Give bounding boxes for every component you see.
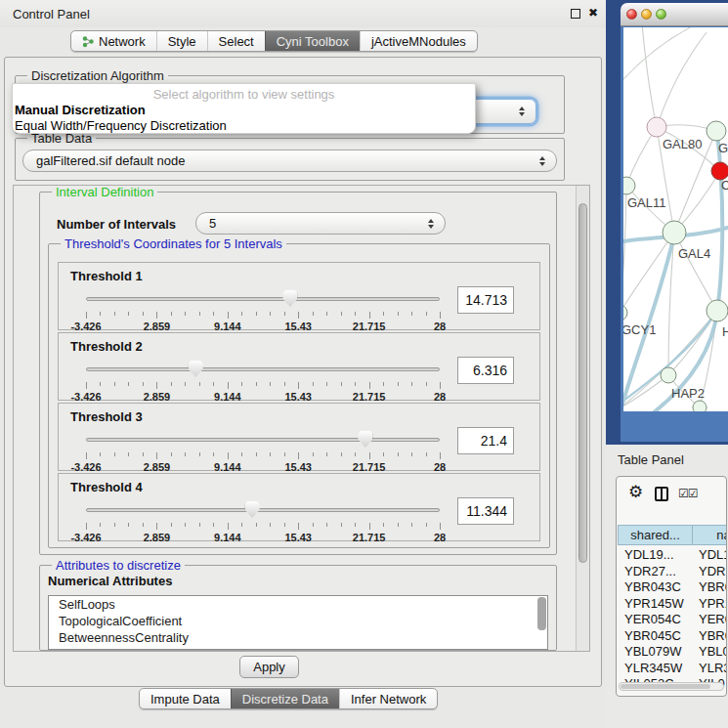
scale-label: 2.859 bbox=[144, 321, 171, 332]
table-row[interactable]: YDR27...YDR2 bbox=[618, 564, 727, 580]
threshold-slider[interactable]: -3.4262.8599.14415.4321.71528 bbox=[86, 429, 440, 472]
network-window-area: GAL80GAL11GAL4GCY1HAP2GACH bbox=[606, 0, 728, 445]
table-row[interactable]: YBR045CYBR0 bbox=[618, 628, 727, 645]
attribute-item-selfloops[interactable]: SelfLoops bbox=[49, 596, 547, 613]
attribute-item-betweennesscentrality[interactable]: BetweennessCentrality bbox=[49, 629, 547, 646]
tab-jactivemnodules[interactable]: jActiveMNodules bbox=[360, 31, 477, 51]
close-traffic-light-icon[interactable] bbox=[626, 9, 637, 20]
node[interactable] bbox=[707, 121, 726, 141]
tick-mark bbox=[185, 382, 186, 386]
threshold-value-field[interactable]: 14.713 bbox=[457, 286, 514, 314]
network-window-titlebar[interactable] bbox=[621, 3, 728, 26]
table-data-combobox[interactable]: galFiltered.sif default node bbox=[22, 150, 557, 172]
tick-mark bbox=[114, 382, 115, 386]
tab-style[interactable]: Style bbox=[156, 31, 207, 51]
tick-mark bbox=[114, 452, 115, 456]
horizontal-scrollbar[interactable] bbox=[619, 682, 724, 691]
slider-ticks bbox=[86, 523, 440, 531]
threshold-slider[interactable]: -3.4262.8599.14415.4321.71528 bbox=[86, 499, 440, 542]
tab-network[interactable]: Network bbox=[71, 31, 156, 51]
column-header-shared-name[interactable]: shared... bbox=[618, 525, 693, 545]
tick-mark bbox=[228, 382, 229, 389]
tick-mark bbox=[383, 523, 384, 527]
vertical-scrollbar[interactable] bbox=[576, 186, 589, 651]
network-graph: GAL80GAL11GAL4GCY1HAP2GACH bbox=[623, 27, 728, 411]
numerical-attributes-list[interactable]: SelfLoopsTopologicalCoefficientBetweenne… bbox=[48, 595, 548, 650]
node-gal11[interactable] bbox=[623, 177, 635, 194]
network-window: GAL80GAL11GAL4GCY1HAP2GACH bbox=[621, 3, 728, 442]
node-label-ga: GA bbox=[718, 141, 728, 155]
threshold-slider[interactable]: -3.4262.8599.14415.4321.71528 bbox=[86, 288, 440, 331]
node-gal4[interactable] bbox=[663, 221, 686, 244]
slider-ticks bbox=[86, 382, 440, 390]
tick-mark bbox=[426, 452, 427, 456]
node-gal80[interactable] bbox=[647, 117, 666, 137]
scale-label: 28 bbox=[434, 321, 446, 332]
tab-impute-data[interactable]: Impute Data bbox=[140, 689, 231, 708]
zoom-traffic-light-icon[interactable] bbox=[656, 9, 666, 20]
select-columns-icon[interactable]: ☑☑ bbox=[678, 487, 698, 500]
network-canvas[interactable]: GAL80GAL11GAL4GCY1HAP2GACH bbox=[623, 27, 728, 411]
float-icon[interactable] bbox=[571, 9, 580, 19]
attribute-item-topologicalcoefficient[interactable]: TopologicalCoefficient bbox=[49, 613, 547, 629]
node-label-h: H bbox=[722, 324, 728, 339]
tab-select[interactable]: Select bbox=[207, 31, 265, 51]
table-row[interactable]: YBR043CYBR0 bbox=[618, 579, 727, 596]
popup-option-manual-discretization[interactable]: Manual Discretization bbox=[15, 103, 146, 117]
apply-button[interactable]: Apply bbox=[239, 656, 299, 678]
threshold-slider[interactable]: -3.4262.8599.14415.4321.71528 bbox=[86, 359, 440, 402]
popup-option-equal-width-frequency[interactable]: Equal Width/Frequency Discretization bbox=[15, 118, 227, 133]
split-columns-icon[interactable] bbox=[655, 487, 668, 501]
tick-mark bbox=[185, 523, 186, 527]
tick-mark bbox=[313, 312, 314, 316]
tick-mark bbox=[128, 382, 129, 386]
scrollbar-thumb[interactable] bbox=[578, 203, 587, 563]
slider-ticks bbox=[86, 452, 440, 460]
gear-icon[interactable]: ⚙ bbox=[628, 482, 643, 501]
node-gcy1[interactable] bbox=[623, 305, 627, 321]
combo-stepper-icon bbox=[428, 219, 434, 229]
slider-thumb[interactable] bbox=[358, 431, 372, 448]
tab-infer-network[interactable]: Infer Network bbox=[339, 689, 437, 708]
tick-mark bbox=[86, 523, 87, 530]
minimize-traffic-light-icon[interactable] bbox=[641, 9, 652, 20]
table-row[interactable]: YER054CYER0 bbox=[618, 612, 727, 628]
table-row[interactable]: YBL079WYBL0 bbox=[618, 644, 727, 661]
tick-mark bbox=[326, 382, 327, 386]
slider-track[interactable] bbox=[86, 297, 440, 301]
tick-mark bbox=[341, 312, 342, 316]
tick-mark bbox=[241, 382, 242, 386]
tick-mark bbox=[369, 523, 370, 530]
node[interactable] bbox=[707, 300, 728, 321]
panel-title: Control Panel bbox=[13, 7, 90, 21]
slider-thumb[interactable] bbox=[282, 290, 297, 307]
slider-thumb[interactable] bbox=[245, 501, 260, 518]
node-label-gal11: GAL11 bbox=[627, 195, 666, 210]
table-row[interactable]: YDL19...YDL1 bbox=[618, 547, 727, 564]
scale-label: 9.144 bbox=[214, 461, 241, 473]
threshold-value-field[interactable]: 21.4 bbox=[457, 427, 514, 454]
tick-mark bbox=[298, 523, 299, 530]
scrollbar-thumb[interactable] bbox=[621, 684, 710, 689]
tab-cyni-toolbox[interactable]: Cyni Toolbox bbox=[265, 31, 360, 51]
table-row[interactable]: YLR345WYLR3 bbox=[618, 661, 727, 677]
threshold-value-field[interactable]: 11.344 bbox=[457, 497, 514, 525]
close-icon[interactable]: ✖ bbox=[588, 6, 598, 20]
slider-track[interactable] bbox=[86, 438, 440, 442]
slider-thumb[interactable] bbox=[189, 361, 203, 377]
tab-discretize-data[interactable]: Discretize Data bbox=[231, 689, 339, 708]
tick-mark bbox=[199, 312, 200, 316]
node[interactable] bbox=[693, 401, 707, 411]
node-hap2[interactable] bbox=[661, 367, 676, 383]
threshold-value-field[interactable]: 6.316 bbox=[457, 357, 514, 384]
table-row[interactable]: YPR145WYPR1 bbox=[618, 596, 727, 613]
intervals-combobox[interactable]: 5 bbox=[195, 212, 446, 235]
slider-track[interactable] bbox=[86, 367, 440, 371]
column-header-name[interactable]: name bbox=[693, 525, 727, 545]
tab-label: jActiveMNodules bbox=[371, 34, 466, 49]
tick-mark bbox=[426, 523, 427, 527]
list-scrollbar[interactable] bbox=[537, 597, 546, 630]
slider-track[interactable] bbox=[86, 508, 440, 512]
intervals-label: Number of Intervals bbox=[57, 217, 176, 232]
tick-mark bbox=[398, 523, 399, 527]
